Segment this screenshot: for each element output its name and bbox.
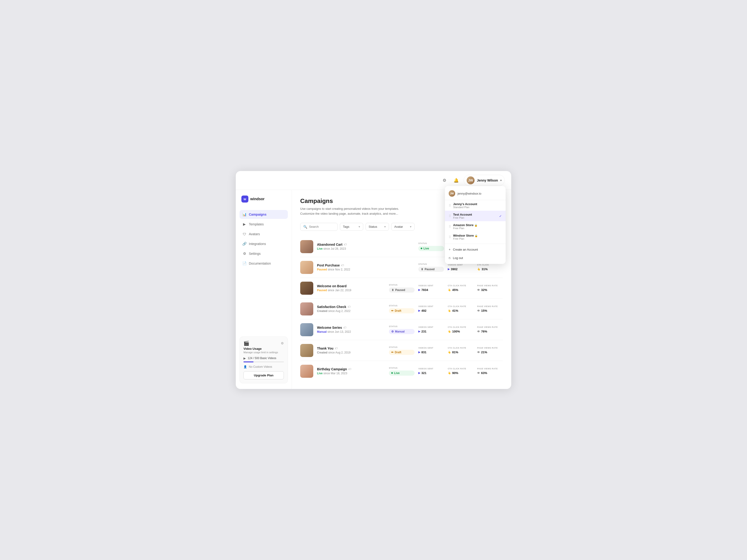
page-views-label: PAGE VIEWS RATE [477, 285, 503, 287]
dropdown-avatar: JW [449, 190, 455, 197]
status-label: STATUS [389, 367, 415, 369]
page-views-metric: PAGE VIEWS RATE 👁 21% [477, 347, 503, 354]
cta-click-value: 👆 31% [477, 267, 503, 271]
campaign-name-row: Satisfaction Check 🏷 [317, 305, 385, 309]
account-info: Jenny's Account Standard Plan [453, 202, 502, 209]
campaign-name: Birthday Campaign [317, 367, 347, 371]
tags-filter[interactable]: Tags ▾ [340, 223, 363, 231]
eye-icon: 👁 [477, 330, 480, 333]
status-metric: STATUS Live [389, 367, 415, 376]
logout-button[interactable]: ⎋ Log out [445, 254, 506, 262]
table-row[interactable]: Thank You 🏷 Created since Aug 2, 2019 ST… [300, 340, 503, 361]
page-views-value: 👁 15% [477, 309, 503, 313]
table-row[interactable]: Welcome Series 🏷 Manual since Jun 13, 20… [300, 319, 503, 340]
campaign-thumbnail [300, 240, 313, 253]
campaign-name-row: Thank You 🏷 [317, 347, 385, 350]
cta-click-metric: CTA CLICK 👆 31% [477, 264, 503, 271]
plus-icon: + [449, 247, 450, 251]
cta-click-metric: CTA CLICK RATE 👆 81% [448, 347, 473, 354]
bell-icon[interactable]: 🔔 [452, 176, 460, 185]
videos-sent-label: VIDEOS SENT [418, 305, 444, 308]
status-filter[interactable]: Status ▾ [365, 223, 389, 231]
status-label: STATUS [389, 284, 415, 286]
campaign-thumbnail [300, 365, 313, 378]
cta-click-value: 👆 41% [448, 309, 473, 313]
send-icon: ▶ [448, 268, 449, 271]
campaign-info: Satisfaction Check 🏷 Created since Aug 2… [317, 305, 385, 313]
campaign-name: Welcome Series [317, 326, 342, 329]
cta-click-rate-label: CTA CLICK RATE [448, 305, 473, 308]
campaign-name-row: Birthday Campaign 🏷 [317, 367, 385, 371]
table-row[interactable]: Birthday Campaign 🏷 Live since Mar 18, 2… [300, 361, 503, 381]
account-item-test[interactable]: ⠿ Test Account Free Plan ✓ [445, 211, 506, 221]
sidebar-item-integrations[interactable]: 🔗 Integrations [239, 239, 288, 248]
status-metric: STATUS ⚙ Manual [389, 325, 415, 334]
campaign-name: Abandoned Cart [317, 243, 342, 246]
videos-sent-value: ▶ 7834 [418, 288, 444, 292]
page-views-metric: PAGE VIEWS RATE 👁 76% [477, 326, 503, 333]
status-badge: Live [389, 371, 415, 376]
videos-sent-metric: VIDEOS SENT ▶ 7834 [418, 285, 444, 292]
cta-click-value: 👆 45% [448, 288, 473, 292]
gear-icon[interactable]: ⚙ [440, 176, 449, 185]
sidebar-item-avatars[interactable]: 🛡 Avatars [239, 230, 288, 238]
page-views-value: 👁 32% [477, 288, 503, 292]
videos-sent-metric: VIDEOS SENT ▶ 321 [418, 368, 444, 375]
lock-icon: 🔒 [474, 234, 478, 237]
sidebar-item-templates[interactable]: ▶ Templates [239, 220, 288, 229]
campaign-name: Satisfaction Check [317, 305, 346, 309]
status-label: STATUS [418, 263, 444, 265]
status-label: STATUS [389, 346, 415, 348]
tag-icon: 🏷 [343, 326, 346, 329]
drag-dots-icon: ⠿ [449, 214, 451, 218]
campaign-info: Birthday Campaign 🏷 Live since Mar 18, 2… [317, 367, 385, 375]
videos-sent-value: ▶ 231 [418, 330, 444, 333]
upgrade-plan-button[interactable]: Upgrade Plan [243, 371, 284, 379]
drag-dots-icon: ⠿ [449, 235, 451, 239]
campaign-meta: Paused since Nov 2, 2022 [317, 268, 415, 271]
page-views-metric: PAGE VIEWS RATE 👁 15% [477, 305, 503, 313]
sidebar-item-campaigns[interactable]: 📊 Campaigns [239, 210, 288, 219]
account-item-amazon[interactable]: ⠿ Amazon Store 🔒 Free Plan [445, 221, 506, 232]
sidebar-item-documentation[interactable]: 📄 Documentation [239, 259, 288, 268]
account-name: Test Account [453, 213, 497, 216]
avatar-filter[interactable]: Avatar ▾ [391, 223, 415, 231]
videos-sent-label: VIDEOS SENT [418, 368, 444, 370]
campaign-thumbnail [300, 302, 313, 316]
usage-header: 🎬 ⚙ [243, 341, 284, 346]
usage-settings-icon[interactable]: ⚙ [281, 341, 284, 345]
click-icon: 👆 [448, 309, 451, 312]
usage-subtitle: Manage usage limit in settings [243, 351, 284, 354]
sidebar-item-settings[interactable]: ⚙ Settings [239, 249, 288, 258]
create-account-button[interactable]: + Create an Account [445, 245, 506, 254]
account-item-windsor[interactable]: ⠿ Windsor Store 🔒 Free Plan [445, 232, 506, 242]
drag-dots-icon: ⠿ [449, 225, 451, 229]
campaign-name-row: Welcome on Board [317, 284, 385, 288]
sidebar-item-label: Settings [249, 252, 261, 256]
eye-icon: 👁 [477, 351, 480, 354]
account-item-jennys[interactable]: ⠿ Jenny's Account Standard Plan [445, 200, 506, 211]
avatars-icon: 🛡 [242, 232, 247, 236]
videos-sent-metric: VIDEOS SENT ▶ 831 [418, 347, 444, 354]
chevron-down-icon: ▾ [410, 225, 412, 229]
status-badge: ⚙ Manual [389, 329, 415, 334]
search-input[interactable] [309, 225, 332, 229]
cta-click-rate-label: CTA CLICK RATE [448, 368, 473, 370]
user-menu-button[interactable]: JW Jenny Wilson ▾ [464, 175, 505, 186]
eye-icon: 👁 [477, 371, 480, 375]
account-plan: Free Plan [453, 237, 502, 240]
status-metric: STATUS ✏ Draft [389, 346, 415, 355]
tag-icon: 🏷 [344, 243, 347, 246]
pause-icon: ⏸ [421, 268, 423, 271]
page-views-label: PAGE VIEWS RATE [477, 305, 503, 308]
sidebar-item-label: Avatars [249, 232, 260, 236]
search-box[interactable]: 🔍 [300, 223, 338, 231]
account-name: Windsor Store 🔒 [453, 234, 502, 237]
dropdown-email-row: JW jenny@windsor.io [445, 188, 506, 200]
table-row[interactable]: Welcome on Board Paused since Jan 22, 20… [300, 278, 503, 299]
table-row[interactable]: Satisfaction Check 🏷 Created since Aug 2… [300, 299, 503, 319]
account-plan: Standard Plan [453, 206, 502, 209]
chevron-down-icon: ▾ [359, 225, 360, 229]
account-info: Test Account Free Plan [453, 213, 497, 219]
campaign-name-row: Post Purchase 🏷 [317, 263, 415, 267]
